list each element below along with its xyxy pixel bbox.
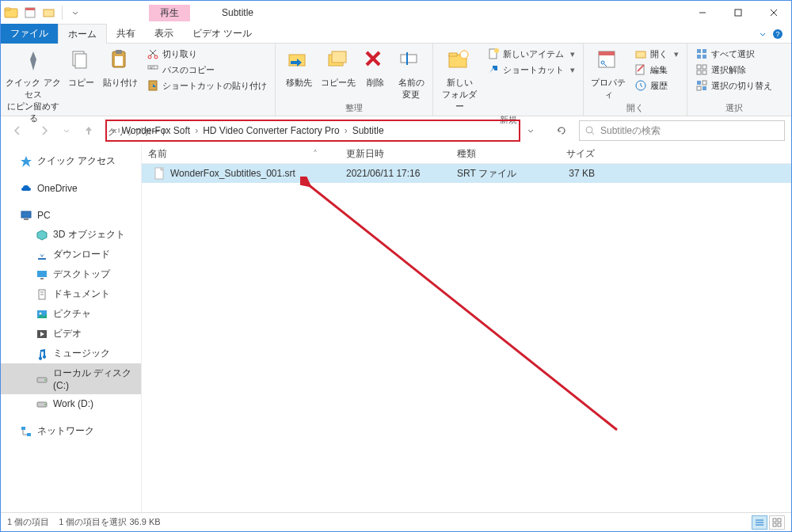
sidebar-item-onedrive[interactable]: OneDrive: [1, 179, 141, 198]
minimize-button[interactable]: [684, 1, 720, 25]
select-all-button[interactable]: すべて選択: [692, 47, 775, 61]
move-to-button[interactable]: 移動先: [280, 45, 317, 89]
properties-button[interactable]: プロパティ: [588, 45, 628, 101]
svg-text:w:\: w:\: [150, 65, 155, 70]
chevron-left-icon[interactable]: «: [110, 125, 119, 136]
tab-home[interactable]: ホーム: [58, 24, 107, 45]
col-size[interactable]: サイズ: [538, 147, 601, 161]
select-none-button[interactable]: 選択解除: [692, 63, 775, 77]
sidebar-item-local-disk-c[interactable]: ローカル ディスク (C:): [1, 363, 141, 394]
new-item-button[interactable]: 新しいアイテム▾: [484, 47, 578, 61]
breadcrumb-seg-1[interactable]: HD Video Converter Factory Pro: [200, 125, 343, 136]
close-button[interactable]: [756, 1, 791, 25]
group-label-organize: 整理: [280, 101, 428, 114]
svg-rect-39: [636, 51, 645, 58]
copy-to-button[interactable]: コピー先: [320, 45, 356, 89]
group-label-select: 選択: [692, 101, 775, 114]
nav-up-button[interactable]: [78, 120, 99, 141]
nav-forward-button[interactable]: [34, 120, 55, 141]
invert-icon: [695, 79, 708, 92]
history-button[interactable]: 履歴: [631, 78, 682, 93]
sidebar-item-pictures[interactable]: ピクチャ: [1, 304, 141, 324]
sidebar-item-work-d[interactable]: Work (D:): [1, 394, 141, 413]
window-title: Subtitle: [190, 7, 684, 18]
svg-rect-6: [735, 10, 741, 16]
status-selection: 1 個の項目を選択 36.9 KB: [59, 516, 160, 528]
select-all-icon: [695, 48, 708, 60]
svg-rect-14: [116, 50, 122, 54]
sidebar-item-desktop[interactable]: デスクトップ: [1, 264, 141, 284]
new-folder-button[interactable]: 新しい フォルダー: [438, 45, 481, 112]
sidebar-item-network[interactable]: ネットワーク: [1, 421, 141, 441]
paste-button[interactable]: 貼り付け: [101, 45, 140, 89]
sidebar-item-downloads[interactable]: ダウンロード: [1, 245, 141, 264]
delete-button[interactable]: 削除: [360, 45, 391, 89]
cut-button[interactable]: 切り取り: [143, 47, 270, 61]
col-date[interactable]: 更新日時: [340, 147, 451, 161]
invert-selection-button[interactable]: 選択の切り替え: [692, 78, 775, 93]
svg-point-71: [44, 404, 46, 405]
svg-rect-12: [75, 54, 86, 68]
sidebar-item-pc[interactable]: PC: [1, 206, 141, 225]
svg-line-18: [150, 50, 156, 55]
help-icon[interactable]: ?: [772, 28, 783, 40]
qat-new-folder-icon[interactable]: [40, 4, 58, 21]
svg-rect-51: [697, 81, 701, 85]
open-button[interactable]: 開く▾: [631, 47, 682, 61]
music-icon: [36, 348, 48, 360]
sidebar-item-music[interactable]: ミュージック: [1, 344, 141, 363]
document-icon: [36, 288, 48, 301]
file-row[interactable]: WonderFox_Subtitles_001.srt 2021/06/11 1…: [142, 164, 791, 183]
svg-point-34: [494, 48, 499, 53]
select-none-icon: [695, 63, 708, 76]
rename-button[interactable]: 名前の 変更: [394, 45, 428, 101]
edit-button[interactable]: 編集: [631, 63, 682, 77]
svg-rect-81: [773, 519, 776, 522]
svg-point-55: [586, 127, 592, 133]
view-details-button[interactable]: [752, 515, 767, 530]
nav-back-button[interactable]: [7, 120, 28, 141]
pin-to-quick-access-button[interactable]: クイック アクセス にピン留めする: [6, 45, 61, 124]
paste-shortcut-button[interactable]: ショートカットの貼り付け: [143, 78, 270, 93]
sidebar-item-documents[interactable]: ドキュメント: [1, 284, 141, 304]
view-thumbnails-button[interactable]: [769, 515, 785, 530]
svg-rect-31: [449, 53, 457, 56]
new-shortcut-button[interactable]: ショートカット▾: [484, 63, 578, 77]
tab-view[interactable]: 表示: [145, 24, 183, 44]
qat-dropdown-icon[interactable]: [67, 4, 84, 21]
column-headers[interactable]: 名前˄ 更新日時 種類 サイズ: [142, 145, 791, 164]
tab-file[interactable]: ファイル: [1, 24, 58, 44]
properties-icon: [596, 48, 621, 74]
breadcrumb-seg-0[interactable]: WonderFox Soft: [119, 125, 193, 136]
cloud-icon: [20, 182, 32, 195]
svg-rect-28: [401, 55, 417, 63]
drive-icon: [36, 397, 48, 410]
folder-icon: [2, 4, 20, 21]
desktop-icon: [36, 268, 48, 281]
qat-properties-icon[interactable]: [21, 4, 39, 21]
svg-rect-47: [697, 65, 701, 69]
tab-share[interactable]: 共有: [107, 24, 145, 44]
ribbon-chevron-icon[interactable]: [758, 29, 767, 39]
breadcrumb-seg-2[interactable]: Subtitle: [349, 125, 387, 136]
address-dropdown-button[interactable]: [527, 127, 544, 135]
sidebar-item-3d-objects[interactable]: 3D オブジェクト: [1, 225, 141, 245]
svg-rect-50: [703, 70, 706, 74]
maximize-button[interactable]: [720, 1, 756, 25]
sidebar-item-videos[interactable]: ビデオ: [1, 324, 141, 344]
copy-path-button[interactable]: w:\パスのコピー: [143, 63, 270, 77]
breadcrumb[interactable]: « WonderFox Soft › HD Video Converter Fa…: [105, 120, 520, 142]
svg-line-56: [592, 132, 594, 135]
col-name[interactable]: 名前: [148, 147, 167, 161]
search-input[interactable]: Subtitleの検索: [579, 120, 785, 141]
col-type[interactable]: 種類: [451, 147, 538, 161]
copy-button[interactable]: コピー: [64, 45, 97, 89]
svg-rect-60: [37, 271, 47, 277]
rename-icon: [398, 48, 424, 74]
open-icon: [634, 48, 647, 60]
sidebar-item-quick-access[interactable]: クイック アクセス: [1, 151, 141, 171]
refresh-button[interactable]: [550, 120, 573, 141]
svg-rect-52: [703, 81, 706, 85]
nav-recent-button[interactable]: [61, 120, 72, 141]
tab-video-tools[interactable]: ビデオ ツール: [183, 24, 261, 44]
